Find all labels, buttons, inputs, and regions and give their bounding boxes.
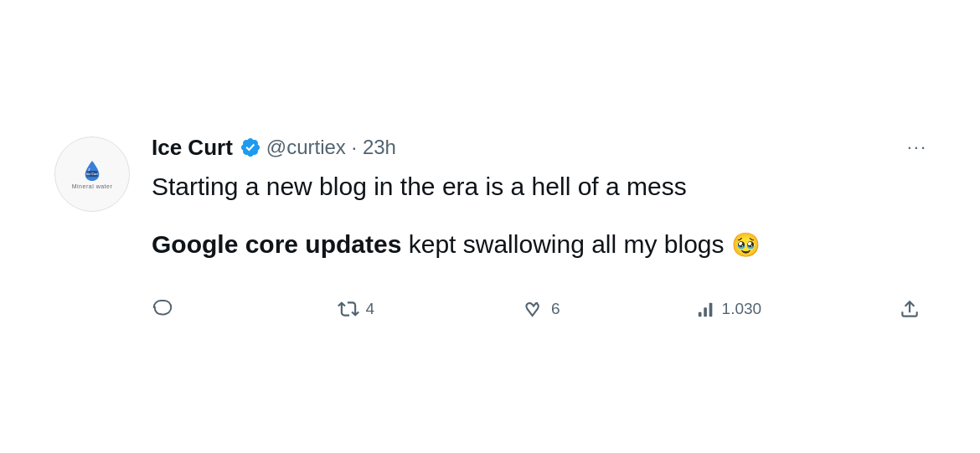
display-name: Ice Curt: [152, 135, 233, 161]
avatar-column: Ice Curt Mineral water: [46, 133, 138, 327]
user-handle: @curtiex: [266, 136, 346, 158]
views-count: 1.030: [722, 300, 762, 318]
share-button[interactable]: [885, 291, 934, 327]
tweet-time: 23h: [363, 136, 396, 158]
like-icon: [523, 298, 544, 320]
avatar-logo-drop: Ice Curt: [83, 160, 101, 182]
bold-phrase: Google core updates: [152, 230, 401, 258]
tweet-card: Ice Curt Mineral water Ice Curt @curtiex: [29, 113, 951, 340]
avatar-sub-text: Mineral water: [72, 183, 113, 189]
tweet-header-left: Ice Curt @curtiex · 23h: [152, 135, 396, 161]
tweet-body: Starting a new blog in the era is a hell…: [152, 170, 934, 278]
svg-text:Ice Curt: Ice Curt: [86, 172, 98, 176]
tweet-text-main: Starting a new blog in the era is a hell…: [152, 170, 934, 204]
share-icon: [899, 298, 921, 320]
tweet-text-secondary: Google core updates kept swallowing all …: [152, 228, 934, 262]
tweet-emoji: 🥹: [731, 232, 761, 258]
retweet-button[interactable]: 4: [324, 291, 510, 327]
like-button[interactable]: 6: [509, 291, 695, 327]
views-icon: [695, 298, 717, 320]
reply-button[interactable]: [152, 291, 324, 327]
separator: ·: [352, 136, 363, 158]
svg-rect-2: [698, 312, 701, 317]
reply-icon: [152, 298, 173, 320]
avatar[interactable]: Ice Curt Mineral water: [54, 136, 130, 212]
tweet-header: Ice Curt @curtiex · 23h ···: [152, 133, 934, 162]
svg-rect-4: [709, 303, 712, 317]
retweet-count: 4: [366, 300, 375, 318]
like-count: 6: [551, 300, 560, 318]
tweet-actions: 4 6 1.03: [152, 288, 934, 327]
handle-time: @curtiex · 23h: [266, 136, 396, 159]
tweet-content: Ice Curt @curtiex · 23h ··· Starting a n…: [152, 133, 934, 327]
retweet-icon: [338, 298, 359, 320]
more-options-button[interactable]: ···: [900, 133, 934, 162]
verified-badge-icon: [240, 136, 261, 158]
svg-rect-3: [704, 307, 707, 317]
views-container: 1.030: [695, 298, 885, 320]
tweet-rest-text: kept swallowing all my blogs: [401, 230, 731, 258]
